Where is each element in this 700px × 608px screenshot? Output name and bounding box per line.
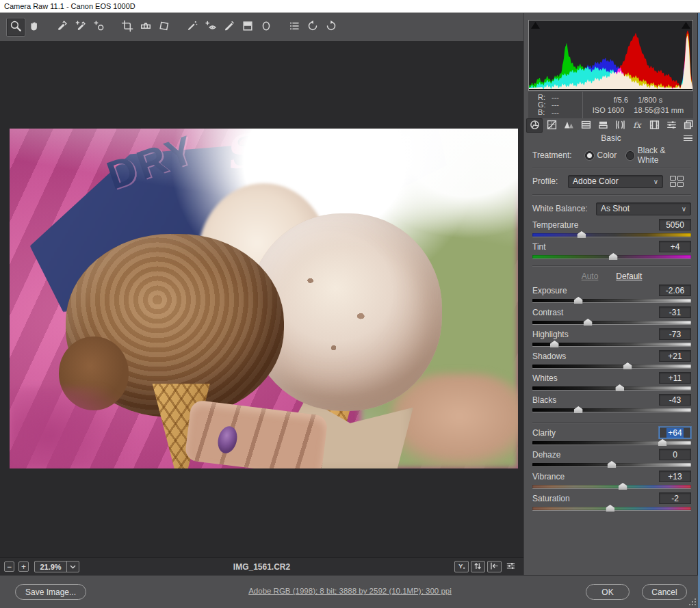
copy-settings-button[interactable] [487,561,502,572]
cancel-button[interactable]: Cancel [642,584,687,600]
tab-camera-calibration[interactable] [646,118,662,133]
slider-thumb[interactable] [658,439,667,446]
targeted-adjustment-tool-button[interactable] [90,18,108,36]
panel-title: Basic [601,133,621,143]
white-balance-tool-icon [56,20,68,34]
slider-value-field[interactable]: -73 [659,328,691,340]
zoom-tool-button[interactable] [7,18,25,36]
slider-track[interactable] [532,408,691,412]
slider-thumb[interactable] [606,505,614,512]
tab-detail[interactable] [560,118,577,133]
before-after-views-button[interactable]: Y [454,561,469,572]
panel-header: Basic [524,133,698,144]
spot-removal-tool-button[interactable] [183,18,201,36]
white-balance-select[interactable]: As Shot ∨ [596,202,691,215]
slider-track[interactable] [532,507,691,510]
slider-track[interactable] [532,343,691,346]
panel-menu-icon[interactable] [684,135,692,142]
slider-track[interactable] [532,441,691,445]
rotate-left-tool-button[interactable] [304,18,322,36]
preferences-tool-button[interactable] [285,18,303,36]
slider-track[interactable] [532,321,691,324]
tab-basic[interactable] [526,118,543,133]
slider-thumb[interactable] [574,406,583,413]
tab-lens-corrections[interactable] [612,118,628,133]
slider-thumb[interactable] [623,362,632,369]
slider-track[interactable] [532,233,691,237]
slider-thumb[interactable] [574,297,583,304]
slider-value-field[interactable]: +13 [659,471,691,482]
straighten-tool-button[interactable] [137,18,155,36]
treatment-bw-option[interactable]: Black & White [626,146,682,165]
slider-track[interactable] [532,365,691,368]
slider-row-clarity: Clarity+64 [532,428,691,447]
radial-filter-tool-button[interactable] [257,18,275,36]
zoom-out-button[interactable]: − [4,561,14,572]
white-balance-tool-button[interactable] [53,18,71,36]
slider-row-saturation: Saturation-2 [532,494,691,512]
slider-track[interactable] [532,386,691,390]
straighten-tool-icon [140,20,152,34]
profile-browser-icon[interactable] [670,176,685,187]
window-resize-grip[interactable] [688,598,697,606]
slider-value-field[interactable]: -43 [659,394,691,406]
treatment-color-option[interactable]: Color [585,150,617,160]
graduated-filter-tool-button[interactable] [239,18,257,36]
slider-thumb[interactable] [615,384,624,391]
swap-before-after-button[interactable] [471,561,485,572]
preview-preferences-button[interactable] [504,561,518,572]
divider [532,194,691,196]
slider-value-field[interactable]: -2 [659,492,691,504]
color-sampler-tool-button[interactable] [72,18,90,36]
window-titlebar[interactable]: Camera Raw 11.1 - Canon EOS 1000D [0,0,700,13]
targeted-adjustment-tool-icon [93,20,105,34]
zoom-level-select[interactable]: 21.9% [34,561,79,572]
slider-thumb[interactable] [608,461,617,468]
rotate-right-tool-button[interactable] [322,18,340,36]
auto-link[interactable]: Auto [582,272,599,282]
slider-thumb[interactable] [577,231,586,238]
slider-thumb[interactable] [550,341,559,347]
slider-thumb[interactable] [609,253,618,260]
slider-value-field[interactable]: -2.06 [659,285,691,296]
svg-text:fx: fx [633,120,641,129]
tab-effects[interactable]: fx [629,118,645,133]
radio-color[interactable] [585,151,594,160]
transform-tool-button[interactable] [155,18,173,36]
adjustment-brush-tool-icon [223,20,235,34]
slider-value-field[interactable]: +4 [659,241,691,252]
slider-track[interactable] [532,255,691,259]
ok-button[interactable]: OK [586,584,630,600]
slider-thumb[interactable] [619,483,627,490]
photo-preview[interactable]: DRY Series [10,129,518,468]
default-link[interactable]: Default [616,272,642,282]
red-eye-tool-button[interactable] [202,18,220,36]
slider-value-field[interactable]: 0 [659,449,691,460]
adjustment-brush-tool-button[interactable] [220,18,238,36]
slider-track[interactable] [532,299,691,302]
slider-value-field[interactable]: +11 [659,372,691,384]
slider-label: Shadows [532,352,566,361]
tab-presets[interactable] [663,118,679,133]
tab-tone-curve[interactable] [543,118,560,133]
slider-row-whites: Whites+11 [532,373,691,392]
slider-value-field[interactable]: +21 [659,350,691,362]
slider-track[interactable] [532,485,691,488]
slider-track[interactable] [532,463,691,466]
window-title: Camera Raw 11.1 - Canon EOS 1000D [4,2,135,10]
slider-thumb[interactable] [584,319,593,326]
zoom-in-button[interactable]: + [18,561,29,572]
slider-value-field[interactable]: 5050 [659,219,691,230]
slider-value-field[interactable]: -31 [659,306,691,318]
image-info: R:--- G:--- B:--- f/5.6 1/800 s ISO 1600… [528,92,693,118]
tab-snapshots[interactable] [680,118,697,133]
tab-split-toning[interactable] [595,118,611,133]
profile-select[interactable]: Adobe Color ∨ [568,175,663,188]
dialog-footer: Save Image... Adobe RGB (1998); 8 bit; 3… [0,575,700,608]
tab-hsl-adjustments[interactable] [578,118,594,133]
slider-value-field[interactable]: +64 [659,427,691,438]
crop-tool-button[interactable] [118,18,136,36]
radio-black-white[interactable] [626,151,634,160]
slider-label: Whites [532,373,558,383]
hand-tool-button[interactable] [25,18,43,36]
